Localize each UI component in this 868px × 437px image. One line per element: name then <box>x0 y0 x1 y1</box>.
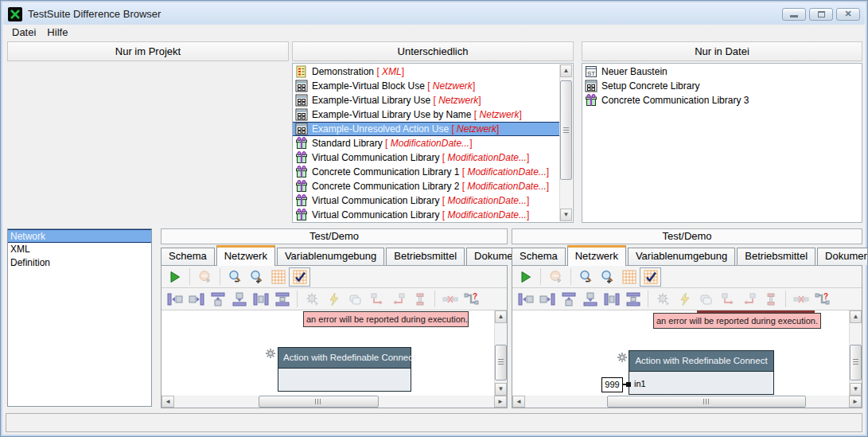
distribute-vertical-button[interactable] <box>760 290 781 309</box>
disconnect-button[interactable] <box>790 290 812 309</box>
distribute-vertical-button[interactable] <box>409 290 430 309</box>
auto-arrange-button[interactable] <box>302 290 323 309</box>
tab-variablenumgebung[interactable]: Variablenumgebung <box>628 248 735 265</box>
layout-align-left-button[interactable] <box>515 290 536 309</box>
tab-dokumentation[interactable]: Dokumentation <box>817 248 868 265</box>
surface-button[interactable] <box>344 290 366 309</box>
suppress-button[interactable] <box>545 267 566 287</box>
zoom-out-button[interactable] <box>224 267 246 287</box>
canvas-scrollbar-horizontal[interactable]: ◄ ► <box>512 396 862 408</box>
error-note[interactable]: an error will be reported during executi… <box>303 311 469 327</box>
zoom-out-button[interactable] <box>575 267 597 287</box>
layout-center-vertical-button[interactable] <box>271 290 293 309</box>
route-out-button[interactable] <box>738 290 760 309</box>
layout-align-bottom-button[interactable] <box>579 290 601 309</box>
canvas-scrollbar-horizontal[interactable]: ◄ ► <box>162 396 507 408</box>
category-xml[interactable]: XML <box>8 243 151 256</box>
action-block[interactable]: Action with Redefinable Connect <box>278 347 411 392</box>
scroll-up-icon[interactable]: ▲ <box>560 64 572 77</box>
layout-align-bottom-button[interactable] <box>228 290 250 309</box>
tab-betriebsmittel[interactable]: Betriebsmittel <box>386 248 465 265</box>
scroll-up-icon[interactable]: ▲ <box>495 310 507 323</box>
list-item[interactable]: Virtual Communication Library [ Modifica… <box>293 208 559 222</box>
suppress-button[interactable] <box>194 267 216 287</box>
unresolved-connection-button[interactable] <box>812 290 833 309</box>
menu-hilfe[interactable]: Hilfe <box>41 25 73 39</box>
scroll-right-icon[interactable]: ► <box>849 396 862 408</box>
zoom-in-button[interactable] <box>597 267 618 287</box>
diagram-canvas[interactable]: an error will be reported during executi… <box>162 310 494 396</box>
canvas-scrollbar-vertical[interactable]: ▲ ▼ <box>494 310 507 396</box>
list-item[interactable]: Example-Virtual Library Use [ Netzwerk] <box>293 93 559 107</box>
port-value-box[interactable]: 999 <box>601 377 623 392</box>
list-item[interactable]: Standard Library [ ModificationDate...] <box>293 136 559 150</box>
grid-button[interactable] <box>267 267 289 287</box>
scroll-left-icon[interactable]: ◄ <box>162 396 174 408</box>
list-item[interactable]: Example-Virtual Library Use by Name [ Ne… <box>293 107 559 122</box>
minimize-button[interactable] <box>782 8 806 21</box>
gear-icon[interactable] <box>265 348 276 359</box>
category-definition[interactable]: Definition <box>8 256 151 270</box>
quick-connect-button[interactable] <box>674 290 695 309</box>
snap-grid-button[interactable] <box>640 267 661 287</box>
scroll-thumb[interactable] <box>495 345 507 380</box>
zoom-in-button[interactable] <box>246 267 267 287</box>
list-item-selected[interactable]: Example-Unresolved Action Use [ Netzwerk… <box>293 122 559 136</box>
grid-button[interactable] <box>618 267 640 287</box>
list-item[interactable]: Demonstration [ XML] <box>293 64 559 79</box>
tab-betriebsmittel[interactable]: Betriebsmittel <box>737 248 815 265</box>
error-note[interactable]: an error will be reported during executi… <box>653 313 821 329</box>
scroll-thumb[interactable] <box>259 396 380 408</box>
scroll-thumb[interactable] <box>607 396 806 408</box>
category-network[interactable]: Network <box>8 229 151 243</box>
layout-center-horizontal-button[interactable] <box>601 290 622 309</box>
action-block[interactable]: Action with Redefinable Connect <box>629 350 774 395</box>
layout-center-vertical-button[interactable] <box>622 290 644 309</box>
scroll-thumb[interactable] <box>850 345 862 380</box>
scrollbar-vertical[interactable]: ▲ ▼ <box>559 64 572 221</box>
scroll-thumb[interactable] <box>560 80 572 180</box>
play-button[interactable] <box>164 267 185 287</box>
maximize-button[interactable] <box>809 8 833 21</box>
tab-schema[interactable]: Schema <box>161 248 215 265</box>
layout-center-horizontal-button[interactable] <box>250 290 271 309</box>
list-item[interactable]: Concrete Communication Library 3 <box>582 93 861 107</box>
layout-align-right-button[interactable] <box>536 290 558 309</box>
layout-align-top-button[interactable] <box>558 290 579 309</box>
auto-arrange-button[interactable] <box>652 290 674 309</box>
list-item[interactable]: Concrete Communication Library 1 [ Modif… <box>293 165 559 179</box>
scroll-down-icon[interactable]: ▼ <box>850 383 862 396</box>
scroll-left-icon[interactable]: ◄ <box>512 396 525 408</box>
list-item[interactable]: Virtual Communication Library [ Modifica… <box>293 193 559 208</box>
canvas-scrollbar-vertical[interactable]: ▲ ▼ <box>849 310 862 396</box>
quick-connect-button[interactable] <box>323 290 344 309</box>
menu-datei[interactable]: Datei <box>6 25 41 39</box>
layout-align-left-button[interactable] <box>164 290 185 309</box>
scroll-right-icon[interactable]: ► <box>494 396 507 408</box>
tab-netzwerk[interactable]: Netzwerk <box>567 245 626 266</box>
list-item[interactable]: Virtual Communication Library [ Modifica… <box>293 150 559 165</box>
play-button[interactable] <box>515 267 536 287</box>
list-item[interactable]: Example-Virtual Block Use [ Netzwerk] <box>293 79 559 93</box>
disconnect-button[interactable] <box>439 290 461 309</box>
route-out-button[interactable] <box>387 290 409 309</box>
scroll-up-icon[interactable]: ▲ <box>850 310 862 323</box>
project-list[interactable] <box>7 63 289 223</box>
route-in-button[interactable] <box>366 290 387 309</box>
unresolved-connection-button[interactable] <box>461 290 482 309</box>
list-item[interactable]: Neuer Baustein <box>582 64 861 79</box>
gear-icon[interactable] <box>617 352 628 363</box>
route-in-button[interactable] <box>717 290 738 309</box>
surface-button[interactable] <box>695 290 717 309</box>
layout-align-top-button[interactable] <box>207 290 228 309</box>
scroll-down-icon[interactable]: ▼ <box>495 383 507 396</box>
list-item[interactable]: Concrete Communication Library 2 [ Modif… <box>293 179 559 193</box>
layout-align-right-button[interactable] <box>185 290 207 309</box>
list-item[interactable]: Setup Concrete Library <box>582 79 861 93</box>
diagram-canvas[interactable]: an error will be reported during executi… <box>512 310 849 396</box>
port-square[interactable] <box>626 382 631 387</box>
tab-netzwerk[interactable]: Netzwerk <box>216 245 275 266</box>
tab-schema[interactable]: Schema <box>512 248 566 265</box>
tab-variablenumgebung[interactable]: Variablenumgebung <box>277 248 384 265</box>
close-button[interactable]: ✕ <box>836 8 860 21</box>
